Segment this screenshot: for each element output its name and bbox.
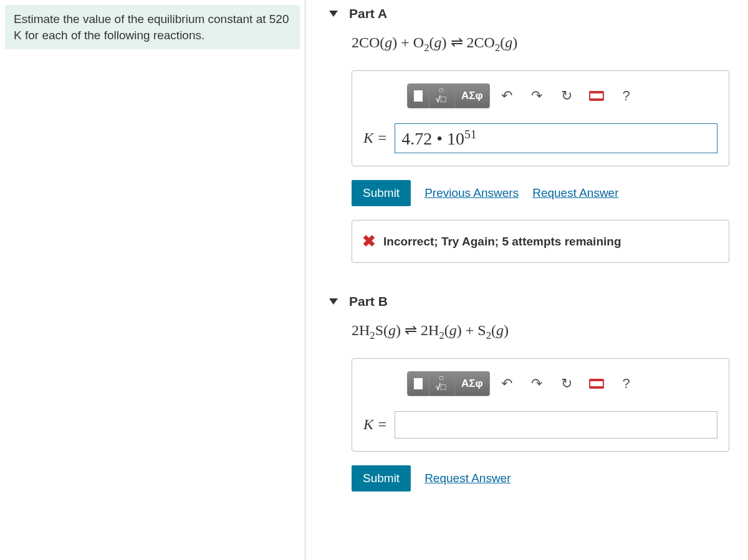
part-a-feedback: ✖ Incorrect; Try Again; 5 attempts remai… <box>352 220 729 263</box>
templates-button[interactable] <box>407 371 429 396</box>
fraction-root-icon <box>436 89 448 103</box>
part-a: Part A 2CO(g) + O2(g) ⇌ 2CO2(g) ΑΣφ ↶ ↷ … <box>324 0 729 263</box>
part-a-equation: 2CO(g) + O2(g) ⇌ 2CO2(g) <box>352 34 729 54</box>
part-a-answer-input[interactable]: 4.72 • 1051 <box>395 123 717 153</box>
part-b-answer-frame: ΑΣφ ↶ ↷ ↻ ? K = <box>352 358 729 452</box>
part-a-header[interactable]: Part A <box>324 0 729 34</box>
part-b-title: Part B <box>349 294 388 309</box>
undo-button[interactable]: ↶ <box>494 83 520 108</box>
part-a-title: Part A <box>349 6 387 21</box>
math-templates-button[interactable] <box>429 83 455 108</box>
equation-toolbar: ΑΣφ ↶ ↷ ↻ ? <box>363 83 717 108</box>
part-a-submit-button[interactable]: Submit <box>352 180 411 206</box>
rect-icon <box>414 378 423 389</box>
incorrect-icon: ✖ <box>362 232 376 251</box>
feedback-text: Incorrect; Try Again; 5 attempts remaini… <box>383 235 621 249</box>
keyboard-icon <box>589 91 604 101</box>
part-a-input-label: K = <box>363 130 387 146</box>
keyboard-button[interactable] <box>583 371 610 396</box>
help-button[interactable]: ? <box>613 83 640 108</box>
keyboard-icon <box>589 379 604 389</box>
undo-button[interactable]: ↶ <box>494 371 520 396</box>
part-b-header[interactable]: Part B <box>324 288 729 321</box>
help-button[interactable]: ? <box>613 371 640 396</box>
part-b-submit-button[interactable]: Submit <box>352 465 411 491</box>
caret-down-icon <box>329 11 338 17</box>
redo-button[interactable]: ↷ <box>524 371 550 396</box>
part-b-answer-input[interactable] <box>395 411 717 439</box>
answers-panel: Part A 2CO(g) + O2(g) ⇌ 2CO2(g) ΑΣφ ↶ ↷ … <box>305 0 748 560</box>
part-b-request-answer-link[interactable]: Request Answer <box>424 472 511 485</box>
previous-answers-link[interactable]: Previous Answers <box>424 186 519 200</box>
templates-button[interactable] <box>407 83 429 108</box>
part-a-request-answer-link[interactable]: Request Answer <box>532 186 618 200</box>
question-text: Estimate the value of the equilibrium co… <box>5 5 300 49</box>
caret-down-icon <box>329 298 338 305</box>
reset-button[interactable]: ↻ <box>554 83 580 108</box>
greek-button[interactable]: ΑΣφ <box>455 371 490 396</box>
part-b: Part B 2H2S(g) ⇌ 2H2(g) + S2(g) ΑΣφ ↶ ↷ … <box>324 288 729 491</box>
part-b-input-label: K = <box>363 416 387 433</box>
keyboard-button[interactable] <box>583 83 610 108</box>
greek-button[interactable]: ΑΣφ <box>455 83 490 108</box>
part-b-equation: 2H2S(g) ⇌ 2H2(g) + S2(g) <box>352 321 729 342</box>
rect-icon <box>414 90 423 102</box>
math-templates-button[interactable] <box>429 371 455 396</box>
redo-button[interactable]: ↷ <box>524 83 550 108</box>
fraction-root-icon <box>436 377 448 391</box>
part-a-answer-frame: ΑΣφ ↶ ↷ ↻ ? K = 4.72 • 1051 <box>352 70 729 166</box>
question-panel: Estimate the value of the equilibrium co… <box>0 0 305 560</box>
reset-button[interactable]: ↻ <box>554 371 580 396</box>
equation-toolbar: ΑΣφ ↶ ↷ ↻ ? <box>363 371 717 396</box>
